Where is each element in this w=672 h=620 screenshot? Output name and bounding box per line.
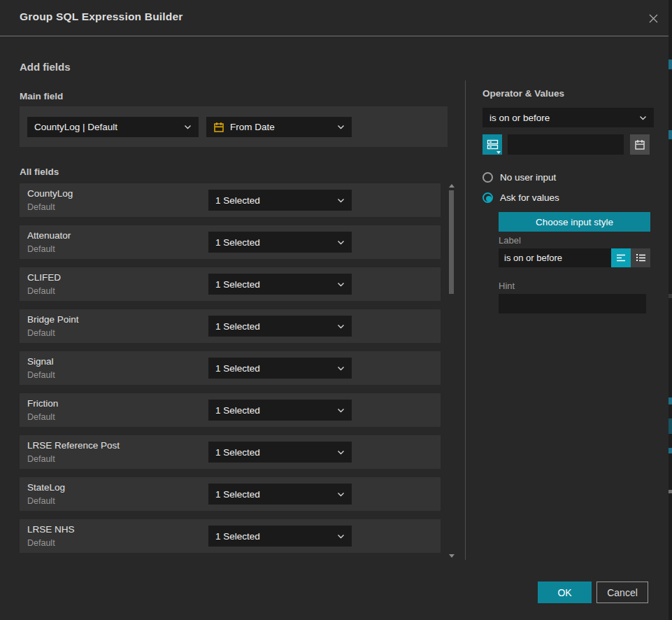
background-edge-mark [669, 397, 672, 404]
chevron-down-icon [337, 366, 345, 371]
field-selection-value: 1 Selected [215, 237, 333, 248]
calendar-icon [213, 122, 224, 133]
field-selection-value: 1 Selected [215, 321, 333, 332]
field-selection-value: 1 Selected [215, 447, 333, 458]
close-icon [648, 13, 659, 24]
field-selection-value: 1 Selected [215, 195, 333, 206]
field-selection-select[interactable]: 1 Selected [208, 484, 352, 505]
date-picker-button[interactable] [630, 134, 650, 155]
scrollbar-down-arrow-icon[interactable] [449, 554, 455, 558]
bulleted-list-icon [636, 253, 646, 262]
field-row: Bridge Point Default 1 Selected [20, 309, 441, 343]
group-sql-expression-builder-dialog: Group SQL Expression Builder Add fields … [0, 0, 669, 620]
all-fields-list: CountyLog Default 1 Selected Attenuator … [20, 183, 441, 561]
background-edge-mark [669, 59, 672, 69]
field-type: Default [27, 328, 55, 338]
radio-label: No user input [500, 172, 556, 183]
operator-select[interactable]: is on or before [482, 108, 654, 127]
field-row: Friction Default 1 Selected [20, 393, 441, 427]
field-selection-select[interactable]: 1 Selected [208, 442, 352, 463]
field-row: Signal Default 1 Selected [20, 351, 441, 385]
align-left-icon [616, 253, 627, 262]
background-app-edge [669, 0, 672, 620]
titlebar-divider [0, 36, 669, 36]
field-name: Signal [27, 356, 54, 367]
field-row: LRSE NHS Default 1 Selected [20, 519, 441, 553]
value-input[interactable] [508, 134, 624, 155]
field-name: Attenuator [27, 230, 71, 241]
field-selection-value: 1 Selected [215, 531, 333, 542]
close-button[interactable] [646, 11, 660, 25]
main-field-heading: Main field [20, 91, 63, 101]
label-input[interactable] [499, 248, 611, 267]
field-selection-select[interactable]: 1 Selected [208, 526, 352, 547]
choose-input-style-button[interactable]: Choose input style [499, 212, 650, 232]
stacked-values-icon [487, 139, 499, 150]
hint-caption: Hint [499, 281, 515, 291]
all-fields-heading: All fields [20, 167, 59, 177]
add-fields-heading: Add fields [20, 61, 71, 73]
scrollbar[interactable] [448, 182, 456, 560]
field-selection-select[interactable]: 1 Selected [208, 190, 352, 211]
panel-divider [465, 80, 466, 560]
field-type: Default [27, 538, 55, 548]
calendar-icon [634, 139, 645, 150]
chevron-down-icon [337, 198, 345, 203]
dialog-title: Group SQL Expression Builder [20, 10, 183, 23]
main-field-source-value: CountyLog | Default [34, 122, 180, 132]
field-selection-select[interactable]: 1 Selected [208, 358, 352, 379]
field-type: Default [27, 370, 55, 380]
field-name: StateLog [27, 482, 65, 493]
field-type: Default [27, 202, 55, 212]
main-field-row: CountyLog | Default From Date [20, 106, 448, 147]
value-row [482, 134, 654, 155]
field-selection-value: 1 Selected [215, 279, 333, 290]
chevron-down-icon [337, 450, 345, 455]
field-selection-value: 1 Selected [215, 363, 333, 374]
chevron-down-icon [639, 115, 647, 120]
radio-ask-for-values[interactable]: Ask for values [482, 192, 559, 204]
background-edge-mark [669, 294, 672, 298]
field-selection-select[interactable]: 1 Selected [208, 232, 352, 253]
field-selection-value: 1 Selected [215, 405, 333, 416]
main-field-source-select[interactable]: CountyLog | Default [27, 117, 199, 137]
field-selection-value: 1 Selected [215, 489, 333, 500]
chevron-down-icon [337, 125, 345, 129]
chevron-down-icon [337, 324, 345, 329]
field-selection-select[interactable]: 1 Selected [208, 274, 352, 295]
field-name: LRSE Reference Post [27, 440, 120, 451]
field-row: LRSE Reference Post Default 1 Selected [20, 435, 441, 469]
scrollbar-up-arrow-icon[interactable] [449, 184, 455, 188]
field-row: CLIFED Default 1 Selected [20, 267, 441, 301]
field-row: CountyLog Default 1 Selected [20, 183, 441, 217]
field-type: Default [27, 496, 55, 506]
field-selection-select[interactable]: 1 Selected [208, 316, 352, 337]
single-line-style-button[interactable] [611, 248, 631, 267]
background-edge-mark [669, 448, 672, 453]
radio-no-user-input[interactable]: No user input [482, 171, 556, 183]
field-row: StateLog Default 1 Selected [20, 477, 441, 511]
caret-down-icon [496, 151, 501, 154]
hint-input[interactable] [499, 294, 646, 313]
main-field-field-select[interactable]: From Date [206, 117, 352, 137]
ok-button[interactable]: OK [538, 582, 592, 603]
chevron-down-icon [184, 125, 192, 129]
chevron-down-icon [337, 408, 345, 413]
operator-values-heading: Operator & Values [482, 88, 564, 99]
background-edge-mark [669, 490, 672, 493]
background-edge-mark [669, 418, 672, 434]
field-name: CountyLog [27, 188, 73, 199]
label-input-row [499, 248, 650, 267]
chevron-down-icon [337, 492, 345, 497]
field-name: Friction [27, 398, 58, 409]
value-input-type-button[interactable] [482, 134, 502, 155]
field-name: LRSE NHS [27, 524, 75, 535]
list-style-button[interactable] [631, 248, 650, 267]
chevron-down-icon [337, 534, 345, 539]
radio-icon [482, 172, 493, 183]
field-type: Default [27, 286, 55, 296]
dialog-titlebar: Group SQL Expression Builder [0, 0, 669, 36]
field-selection-select[interactable]: 1 Selected [208, 400, 352, 421]
scrollbar-thumb[interactable] [449, 190, 454, 294]
cancel-button[interactable]: Cancel [596, 582, 648, 603]
